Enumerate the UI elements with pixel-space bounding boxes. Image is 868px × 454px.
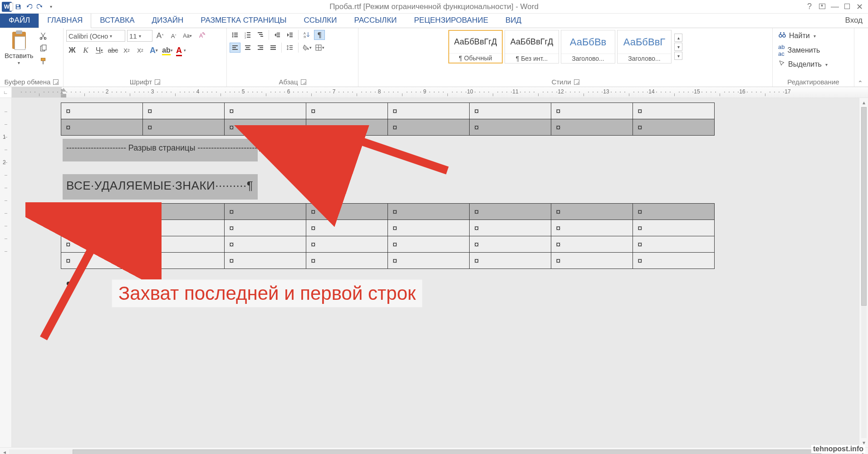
justify-button[interactable]: [268, 43, 279, 53]
font-family-combo[interactable]: Calibri (Осно▾: [66, 30, 125, 42]
table-cell[interactable]: ¤: [551, 103, 633, 119]
select-button[interactable]: Выделить▾: [778, 60, 848, 69]
align-left-button[interactable]: [230, 43, 240, 53]
table-cell[interactable]: ¤: [388, 103, 470, 119]
numbering-button[interactable]: 123: [242, 30, 253, 40]
table-cell[interactable]: ¤: [143, 220, 225, 236]
borders-button[interactable]: ▾: [314, 43, 325, 53]
document-page[interactable]: ¤¤¤¤¤¤¤¤¤¤¤¤¤¤¤¤ ---------------------- …: [12, 98, 868, 447]
tab-review[interactable]: РЕЦЕНЗИРОВАНИЕ: [406, 13, 497, 28]
line-spacing-button[interactable]: [284, 43, 295, 53]
table-cell[interactable]: ¤: [225, 103, 306, 119]
help-button[interactable]: ?: [805, 2, 814, 12]
tab-selector[interactable]: ∟: [0, 87, 12, 98]
table-cell[interactable]: ¤: [306, 103, 388, 119]
table-cell[interactable]: ¤: [388, 204, 470, 220]
table-cell[interactable]: ¤: [225, 236, 306, 253]
tab-view[interactable]: ВИД: [497, 13, 530, 28]
underline-button[interactable]: Ч▾: [93, 44, 105, 56]
table-1[interactable]: ¤¤¤¤¤¤¤¤¤¤¤¤¤¤¤¤: [61, 103, 715, 136]
close-button[interactable]: ✕: [855, 2, 863, 12]
find-button[interactable]: Найти▾: [778, 31, 848, 41]
sort-button[interactable]: АЯ: [301, 30, 312, 40]
table-cell[interactable]: ¤: [61, 119, 143, 136]
table-cell[interactable]: ¤: [225, 253, 306, 269]
vscroll-thumb[interactable]: [861, 107, 867, 306]
table-row[interactable]: ¤¤¤¤¤¤¤¤: [61, 103, 715, 119]
table-cell[interactable]: ¤: [61, 204, 143, 220]
grow-font-button[interactable]: A˄: [154, 30, 166, 42]
table-cell[interactable]: ¤: [306, 236, 388, 253]
qat-customize-button[interactable]: ▾: [46, 2, 55, 11]
table-cell[interactable]: ¤: [470, 119, 551, 136]
tab-references[interactable]: ССЫЛКИ: [295, 13, 346, 28]
tab-home[interactable]: ГЛАВНАЯ: [39, 13, 91, 28]
table-cell[interactable]: ¤: [633, 204, 715, 220]
table-cell[interactable]: ¤: [551, 119, 633, 136]
italic-button[interactable]: К: [80, 44, 92, 56]
table-cell[interactable]: ¤: [306, 204, 388, 220]
table-cell[interactable]: ¤: [61, 220, 143, 236]
table-cell[interactable]: ¤: [143, 119, 225, 136]
tab-design[interactable]: ДИЗАЙН: [143, 13, 192, 28]
tab-insert[interactable]: ВСТАВКА: [91, 13, 143, 28]
scroll-up-button[interactable]: ▴: [863, 98, 865, 107]
superscript-button[interactable]: X2: [134, 44, 146, 56]
horizontal-scrollbar[interactable]: ◂ ▸: [0, 447, 868, 454]
styles-dialog-launcher[interactable]: [574, 79, 579, 85]
replace-button[interactable]: abacЗаменить: [778, 44, 848, 57]
clipboard-dialog-launcher[interactable]: [53, 79, 59, 85]
cut-button[interactable]: [38, 31, 48, 41]
table-cell[interactable]: ¤: [225, 220, 306, 236]
format-painter-button[interactable]: [38, 56, 48, 66]
table-row[interactable]: ¤¤¤¤¤¤¤¤: [61, 220, 715, 236]
change-case-button[interactable]: Aa▾: [181, 30, 193, 42]
vertical-ruler[interactable]: 12: [0, 98, 12, 447]
vertical-scrollbar[interactable]: ▴ ▾: [859, 98, 868, 447]
hscroll-thumb[interactable]: [73, 449, 821, 454]
table-cell[interactable]: ¤: [306, 119, 388, 136]
table-cell[interactable]: ¤: [61, 236, 143, 253]
tab-file[interactable]: ФАЙЛ: [0, 13, 39, 28]
sign-in-link[interactable]: Вход: [840, 13, 868, 28]
tab-layout[interactable]: РАЗМЕТКА СТРАНИЦЫ: [192, 13, 295, 28]
table-cell[interactable]: ¤: [551, 220, 633, 236]
table-cell[interactable]: ¤: [306, 253, 388, 269]
table-cell[interactable]: ¤: [470, 236, 551, 253]
styles-more[interactable]: ▾: [674, 52, 682, 60]
font-color-button[interactable]: A▾: [175, 44, 187, 56]
font-size-combo[interactable]: 11▾: [127, 30, 152, 42]
strike-button[interactable]: abc: [107, 44, 119, 56]
table-cell[interactable]: ¤: [633, 236, 715, 253]
align-center-button[interactable]: [242, 43, 253, 53]
style-card-0[interactable]: АаБбВвГгД¶ Обычный: [448, 30, 503, 63]
font-dialog-launcher[interactable]: [155, 79, 160, 85]
ribbon-display-button[interactable]: ▴: [819, 4, 825, 9]
clear-format-button[interactable]: A✎: [195, 30, 207, 42]
table-cell[interactable]: ¤: [633, 220, 715, 236]
styles-scroll-up[interactable]: ▴: [674, 34, 682, 42]
redo-button[interactable]: [35, 2, 44, 11]
styles-scroll-down[interactable]: ▾: [674, 43, 682, 51]
collapse-ribbon-button[interactable]: ⌃: [854, 79, 866, 87]
show-marks-button[interactable]: ¶: [314, 30, 325, 40]
table-cell[interactable]: ¤: [61, 103, 143, 119]
table-cell[interactable]: ¤: [143, 236, 225, 253]
paste-button[interactable]: Вставить ▾: [3, 30, 35, 66]
tab-mailings[interactable]: РАССЫЛКИ: [345, 13, 405, 28]
table-cell[interactable]: ¤: [388, 253, 470, 269]
table-cell[interactable]: ¤: [551, 236, 633, 253]
table-cell[interactable]: ¤: [388, 236, 470, 253]
table-cell[interactable]: ¤: [143, 103, 225, 119]
style-card-3[interactable]: АаБбВвГЗаголово...: [617, 30, 672, 63]
maximize-button[interactable]: [844, 4, 850, 9]
table-cell[interactable]: ¤: [551, 253, 633, 269]
horizontal-ruler[interactable]: 1234567891011121314151617: [12, 87, 868, 98]
table-cell[interactable]: ¤: [470, 103, 551, 119]
decrease-indent-button[interactable]: [272, 30, 283, 40]
table-cell[interactable]: ¤: [388, 119, 470, 136]
shrink-font-button[interactable]: A˅: [168, 30, 180, 42]
scroll-left-button[interactable]: ◂: [0, 449, 9, 454]
style-card-2[interactable]: АаБбВвЗаголово...: [561, 30, 615, 63]
table-cell[interactable]: ¤: [306, 220, 388, 236]
